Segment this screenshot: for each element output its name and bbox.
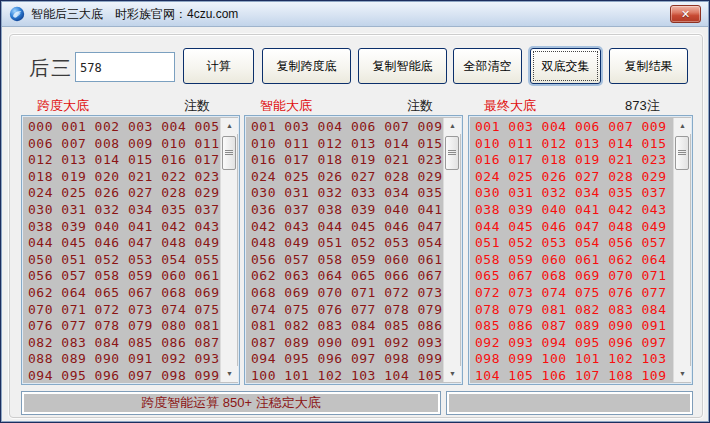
window-title: 智能后三大底 时彩族官网：4czu.com: [31, 6, 238, 23]
scroll-down-icon[interactable]: ▼: [674, 366, 691, 382]
smart-base-count: 注数: [407, 97, 433, 115]
copy-span-base-button[interactable]: 复制跨度底: [262, 48, 351, 84]
app-logo-icon: [9, 6, 25, 22]
span-base-numbers[interactable]: 000 001 002 003 004 005 006 007 008 009 …: [24, 118, 220, 382]
final-base-count: 873注: [625, 97, 660, 115]
smart-base-numbers[interactable]: 001 003 004 006 007 009 010 011 012 013 …: [247, 118, 443, 382]
span-base-title: 跨度大底: [37, 97, 89, 115]
game-type-label: 后三: [29, 55, 73, 82]
clear-all-button[interactable]: 全部清空: [453, 48, 522, 84]
calculate-button[interactable]: 计算: [183, 48, 254, 84]
final-base-numbers[interactable]: 001 003 004 006 007 009 010 011 012 013 …: [471, 118, 673, 382]
smart-base-panel: 001 003 004 006 007 009 010 011 012 013 …: [244, 115, 463, 385]
status-message-box: 跨度智能运算 850+ 注稳定大底: [21, 391, 441, 415]
status-empty-box: [446, 391, 693, 415]
title-bar[interactable]: 智能后三大底 时彩族官网：4czu.com ✕: [2, 2, 708, 27]
copy-smart-base-button[interactable]: 复制智能底: [358, 48, 447, 84]
scrollbar-thumb[interactable]: [445, 136, 459, 170]
final-base-panel: 001 003 004 006 007 009 010 011 012 013 …: [468, 115, 693, 385]
smart-base-scrollbar[interactable]: ▲ ▼: [443, 118, 460, 382]
number-input[interactable]: [75, 52, 175, 82]
scroll-down-icon[interactable]: ▼: [221, 366, 238, 382]
scrollbar-thumb[interactable]: [675, 136, 689, 170]
intersect-bases-button[interactable]: 双底交集: [530, 48, 601, 84]
close-button[interactable]: ✕: [670, 5, 701, 23]
span-base-scrollbar[interactable]: ▲ ▼: [220, 118, 237, 382]
copy-result-button[interactable]: 复制结果: [609, 48, 688, 84]
scroll-up-icon[interactable]: ▲: [444, 118, 461, 134]
final-base-title: 最终大底: [484, 97, 536, 115]
final-base-scrollbar[interactable]: ▲ ▼: [673, 118, 690, 382]
scrollbar-thumb[interactable]: [222, 136, 236, 170]
span-base-count: 注数: [184, 97, 210, 115]
scroll-down-icon[interactable]: ▼: [444, 366, 461, 382]
span-base-panel: 000 001 002 003 004 005 006 007 008 009 …: [21, 115, 240, 385]
smart-base-title: 智能大底: [260, 97, 312, 115]
scroll-up-icon[interactable]: ▲: [221, 118, 238, 134]
scroll-up-icon[interactable]: ▲: [674, 118, 691, 134]
app-window: 智能后三大底 时彩族官网：4czu.com ✕ 后三 计算 复制跨度底 复制智能…: [0, 0, 710, 423]
